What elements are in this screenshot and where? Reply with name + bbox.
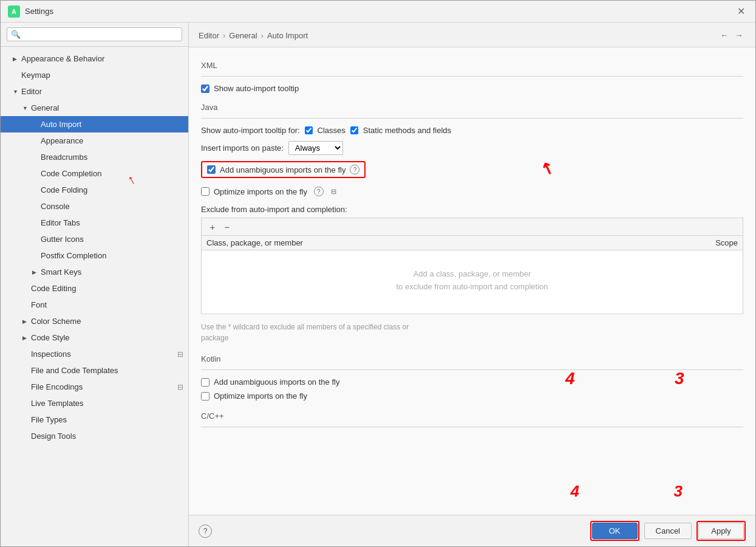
cancel-button[interactable]: Cancel — [644, 523, 692, 539]
sidebar-item-code-editing[interactable]: Code Editing — [1, 280, 188, 297]
kotlin-add-unambiguous-row: Add unambiguous imports on the fly — [201, 377, 743, 387]
annotation-num3: 3 — [675, 369, 684, 388]
ok-button-wrapper: OK — [590, 521, 639, 541]
exclude-label: Exclude from auto-import and completion: — [201, 205, 743, 214]
kotlin-section: Kotlin Add unambiguous imports on the fl… — [201, 354, 743, 401]
sidebar-item-label: Console — [41, 202, 70, 211]
settings-window: A Settings ✕ 🔍 ▶ Appearance & Behavior — [0, 0, 756, 547]
annotation-num4: 4 — [565, 369, 575, 388]
java-classes-checkbox[interactable] — [305, 126, 313, 134]
optimize-help-icon[interactable]: ? — [314, 187, 324, 196]
remove-exclude-button[interactable]: − — [221, 221, 233, 233]
breadcrumb-general: General — [229, 31, 257, 40]
sidebar-item-breadcrumbs[interactable]: Breadcrumbs — [1, 149, 188, 165]
java-tooltip-row: Show auto-import tooltip for: Classes St… — [201, 126, 743, 135]
sidebar-item-label: Code Completion — [41, 169, 101, 178]
inspections-badge: ⊟ — [177, 350, 183, 359]
sidebar-tree: ▶ Appearance & Behavior Keymap ▼ — [1, 47, 188, 546]
sidebar-item-appearance[interactable]: Appearance — [1, 132, 188, 149]
table-col-scope: Scope — [677, 238, 738, 247]
sidebar-item-keymap[interactable]: Keymap — [1, 67, 188, 83]
sidebar-item-label: Code Style — [31, 333, 70, 342]
sidebar-item-label: File Types — [31, 415, 67, 424]
sidebar-item-label: Live Templates — [31, 399, 83, 408]
nav-arrows: ← → — [718, 29, 746, 42]
insert-imports-row: Insert imports on paste: Always Ask Neve… — [201, 141, 743, 155]
app-icon: A — [8, 5, 20, 18]
optimize-imports-checkbox[interactable] — [201, 187, 209, 196]
sidebar-item-design-tools[interactable]: Design Tools — [1, 428, 188, 444]
sidebar-item-code-folding[interactable]: Code Folding — [1, 182, 188, 198]
sidebar-item-label: Gutter Icons — [41, 235, 84, 244]
breadcrumb-sep1: › — [223, 31, 225, 40]
sidebar-item-smart-keys[interactable]: ▶ Smart Keys — [1, 264, 188, 280]
java-tooltip-label: Show auto-import tooltip for: — [201, 126, 300, 135]
xml-show-tooltip-label: Show auto-import tooltip — [214, 84, 299, 93]
java-static-checkbox[interactable] — [350, 126, 358, 134]
hint-text: Use the * wildcard to exclude all member… — [201, 322, 743, 343]
sidebar-item-editor-tabs[interactable]: Editor Tabs — [1, 215, 188, 231]
kotlin-section-label: Kotlin — [201, 354, 743, 363]
annotation-arrow2: ↗ — [538, 157, 557, 180]
back-button[interactable]: ← — [718, 29, 731, 42]
sidebar-item-editor[interactable]: ▼ Editor — [1, 83, 188, 100]
optimize-imports-row: Optimize imports on the fly ? ⊟ — [201, 187, 743, 196]
sidebar-item-file-types[interactable]: File Types — [1, 411, 188, 428]
expand-arrow: ▶ — [13, 56, 21, 62]
sidebar-item-postfix-completion[interactable]: Postfix Completion — [1, 247, 188, 264]
ok-button[interactable]: OK — [592, 523, 638, 539]
add-unambiguous-label: Add unambiguous imports on the fly — [220, 165, 346, 174]
add-unambiguous-help-icon[interactable]: ? — [350, 165, 359, 174]
sidebar-item-console[interactable]: Console — [1, 198, 188, 215]
xml-section-label: XML — [201, 61, 743, 70]
insert-imports-label: Insert imports on paste: — [201, 143, 284, 153]
search-input[interactable] — [24, 30, 178, 39]
add-exclude-button[interactable]: + — [206, 221, 219, 233]
panel-content: XML Show auto-import tooltip Java Show a… — [189, 47, 755, 515]
sidebar-item-inspections[interactable]: Inspections ⊟ — [1, 346, 188, 362]
window-title: Settings — [25, 7, 734, 16]
add-unambiguous-checkbox[interactable] — [207, 165, 216, 174]
search-icon: 🔍 — [11, 30, 21, 39]
main-content: 🔍 ▶ Appearance & Behavior — [1, 22, 755, 546]
sidebar-item-auto-import[interactable]: Auto Import — [1, 116, 188, 132]
breadcrumb: Editor › General › Auto Import — [199, 31, 718, 40]
table-col-main: Class, package, or member — [206, 238, 677, 247]
sidebar-item-font[interactable]: Font — [1, 297, 188, 313]
search-wrapper[interactable]: 🔍 — [7, 27, 182, 41]
expand-arrow: ▶ — [22, 318, 31, 325]
breadcrumb-editor: Editor — [199, 31, 219, 40]
optimize-copy-icon[interactable]: ⊟ — [329, 187, 339, 196]
forward-button[interactable]: → — [732, 29, 746, 42]
java-section-label: Java — [201, 103, 743, 112]
sidebar-item-color-scheme[interactable]: ▶ Color Scheme — [1, 313, 188, 329]
sidebar-item-file-code-templates[interactable]: File and Code Templates — [1, 362, 188, 379]
sidebar-item-label: Inspections — [31, 349, 71, 359]
kotlin-add-unambiguous-checkbox[interactable] — [201, 378, 209, 387]
apply-button[interactable]: Apply — [698, 523, 744, 539]
sidebar-item-appearance-behavior[interactable]: ▶ Appearance & Behavior — [1, 50, 188, 67]
sidebar-item-general[interactable]: ▼ General — [1, 100, 188, 116]
bottom-bar: ? OK Cancel Apply — [189, 515, 755, 546]
sidebar-item-label: Smart Keys — [41, 267, 81, 277]
sidebar-item-label: File and Code Templates — [31, 366, 118, 375]
close-button[interactable]: ✕ — [734, 4, 748, 19]
sidebar-item-label: Editor Tabs — [41, 218, 80, 227]
sidebar-item-code-style[interactable]: ▶ Code Style — [1, 329, 188, 346]
insert-imports-dropdown[interactable]: Always Ask Never — [288, 141, 343, 155]
search-bar: 🔍 — [1, 22, 188, 47]
exclude-toolbar: + − — [201, 218, 743, 235]
sidebar-item-file-encodings[interactable]: File Encodings ⊟ — [1, 379, 188, 395]
table-empty-line1: Add a class, package, or member — [414, 268, 531, 281]
sidebar-item-gutter-icons[interactable]: Gutter Icons — [1, 231, 188, 247]
sidebar-item-code-completion[interactable]: Code Completion — [1, 165, 188, 182]
kotlin-optimize-label: Optimize imports on the fly — [214, 391, 307, 401]
kotlin-optimize-checkbox[interactable] — [201, 392, 209, 401]
xml-show-tooltip-checkbox[interactable] — [201, 84, 209, 93]
help-button[interactable]: ? — [199, 525, 212, 538]
apply-button-wrapper: Apply — [696, 521, 746, 541]
sidebar-item-label: Font — [31, 300, 47, 309]
sidebar-item-live-templates[interactable]: Live Templates — [1, 395, 188, 411]
cpp-section: C/C++ — [201, 411, 743, 427]
breadcrumb-sep2: › — [261, 31, 264, 40]
